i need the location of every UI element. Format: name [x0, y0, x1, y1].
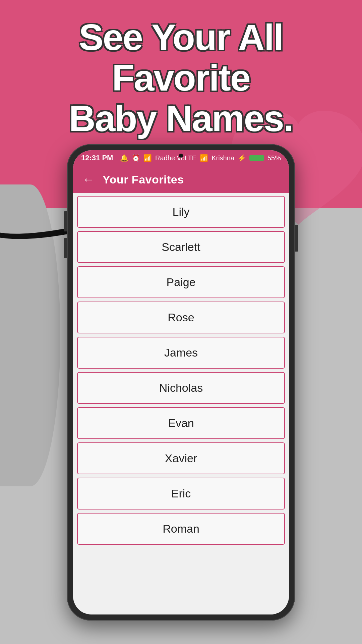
- list-item[interactable]: Eric: [77, 478, 285, 509]
- notification-icon: 🔔: [120, 154, 128, 162]
- volume-button-up: [64, 211, 67, 231]
- volume-button-down: [64, 238, 67, 258]
- list-item[interactable]: Xavier: [77, 442, 285, 474]
- carrier2-label: Krishna: [212, 154, 234, 162]
- headline-container: See Your All Favorite Baby Names.: [0, 17, 362, 139]
- status-bar: 12:31 PM 🔔 ⏰ 📶 Radhe VoLTE 📶 Krishna ⚡ 5…: [73, 150, 289, 166]
- phone-device: 12:31 PM 🔔 ⏰ 📶 Radhe VoLTE 📶 Krishna ⚡ 5…: [67, 144, 295, 621]
- list-item[interactable]: Scarlett: [77, 231, 285, 263]
- back-button[interactable]: ←: [82, 172, 95, 186]
- phone-screen: 12:31 PM 🔔 ⏰ 📶 Radhe VoLTE 📶 Krishna ⚡ 5…: [73, 150, 289, 614]
- app-bar-title: Your Favorites: [103, 173, 184, 186]
- battery-percent: 55%: [267, 154, 281, 162]
- list-item[interactable]: Evan: [77, 407, 285, 439]
- list-item[interactable]: Roman: [77, 513, 285, 545]
- alarm-icon: ⏰: [132, 154, 140, 162]
- power-button: [295, 225, 298, 252]
- list-item[interactable]: James: [77, 337, 285, 369]
- headline-line1: See Your All Favorite: [79, 16, 283, 98]
- status-icons: 🔔 ⏰ 📶 Radhe VoLTE 📶 Krishna ⚡ 55%: [120, 154, 281, 162]
- list-item[interactable]: Lily: [77, 196, 285, 228]
- headline-text: See Your All Favorite Baby Names.: [13, 17, 349, 139]
- phone-camera: [179, 154, 183, 158]
- headline-line2: Baby Names.: [69, 98, 293, 139]
- carrier1-label: Radhe VoLTE: [155, 154, 196, 162]
- list-item[interactable]: Nicholas: [77, 372, 285, 404]
- signal2-icon: 📶: [200, 154, 208, 162]
- list-item[interactable]: Rose: [77, 302, 285, 333]
- list-item[interactable]: Paige: [77, 266, 285, 298]
- favorites-list[interactable]: LilyScarlettPaigeRoseJamesNicholasEvanXa…: [73, 193, 289, 614]
- phone-outer-shell: 12:31 PM 🔔 ⏰ 📶 Radhe VoLTE 📶 Krishna ⚡ 5…: [67, 144, 295, 621]
- signal-icon: 📶: [143, 154, 152, 162]
- app-toolbar: ← Your Favorites: [73, 166, 289, 193]
- battery-indicator: [249, 155, 264, 161]
- status-time: 12:31 PM: [81, 154, 113, 162]
